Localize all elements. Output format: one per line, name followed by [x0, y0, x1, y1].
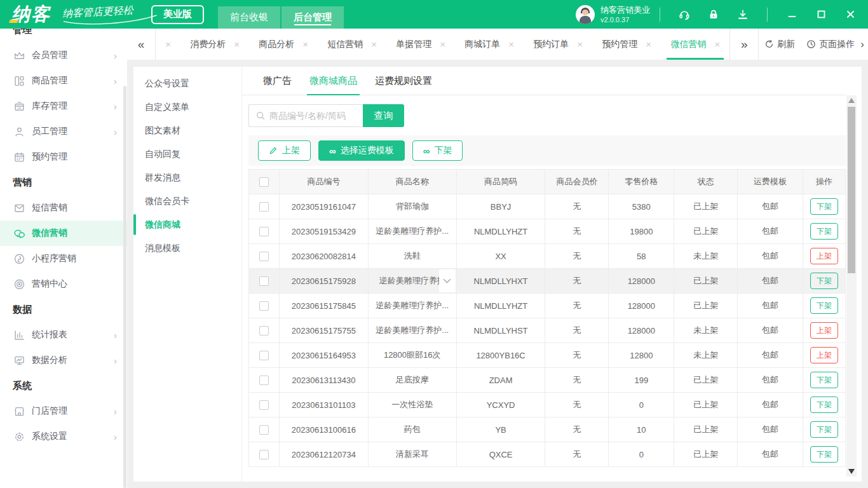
table-row[interactable]: 20230613101103一次性浴垫YCXYD无0已上架包邮下架: [249, 393, 846, 417]
row-checkbox[interactable]: [259, 425, 269, 435]
unshelve-row-button[interactable]: 下架: [810, 198, 838, 215]
page-actions-button[interactable]: 页面操作: [806, 39, 855, 50]
row-checkbox[interactable]: [259, 326, 269, 336]
avatar[interactable]: [576, 5, 595, 24]
row-checkbox[interactable]: [259, 252, 269, 261]
sidebar-item[interactable]: 短信营销: [0, 195, 127, 220]
window-minimize-button[interactable]: [785, 8, 798, 21]
tabs-scroll-right-button[interactable]: »: [730, 37, 758, 51]
shelve-button[interactable]: 上架: [258, 140, 311, 161]
shelve-row-button[interactable]: 上架: [810, 248, 838, 264]
tab-close-icon[interactable]: ×: [577, 39, 583, 50]
content-tab[interactable]: 运费规则设置: [366, 67, 441, 95]
submenu-item[interactable]: 消息模板: [133, 236, 241, 260]
table-scrollbar[interactable]: [846, 95, 857, 477]
topnav-tab[interactable]: 前台收银: [218, 6, 280, 29]
shelve-row-button[interactable]: 上架: [810, 322, 838, 339]
scrollbar-thumb[interactable]: [848, 107, 855, 273]
sidebar-item[interactable]: 员工管理›: [0, 119, 127, 144]
unshelve-row-button[interactable]: 下架: [810, 273, 838, 289]
search-button[interactable]: 查询: [363, 104, 404, 127]
account-info[interactable]: 纳客营销美业 v2.0.0.37: [576, 5, 650, 24]
sidebar-item[interactable]: 微信营销: [0, 220, 127, 246]
search-input[interactable]: [269, 111, 357, 121]
table-row[interactable]: 20230613100616药包YB无10已上架包邮下架: [249, 417, 846, 442]
page-tab[interactable]: 商品分析×: [254, 29, 313, 60]
shelve-row-button[interactable]: 上架: [810, 347, 838, 363]
tab-close-icon[interactable]: ×: [165, 39, 171, 50]
tab-close-icon[interactable]: ×: [646, 39, 651, 50]
scroll-up-arrow-icon[interactable]: [848, 98, 855, 103]
unshelve-row-button[interactable]: 下架: [810, 223, 838, 240]
submenu-item[interactable]: 自定义菜单: [133, 95, 241, 119]
table-row[interactable]: 20230615175755逆龄美雕理疗养护...NLMDLLYHST无1280…: [249, 318, 846, 343]
tab-close-icon[interactable]: ×: [508, 39, 514, 50]
window-close-button[interactable]: [844, 8, 857, 21]
page-actions-expand-icon[interactable]: ›: [860, 38, 864, 51]
lock-icon[interactable]: [706, 7, 721, 22]
row-checkbox[interactable]: [259, 202, 269, 212]
row-checkbox[interactable]: [259, 400, 269, 410]
row-checkbox[interactable]: [259, 351, 269, 360]
table-row[interactable]: 20230615175928逆龄美雕理疗养护NLMDLLYHXT无128000已…: [249, 269, 846, 294]
sidebar-item[interactable]: 会员管理›: [0, 43, 127, 68]
unshelve-row-button[interactable]: 下架: [810, 396, 838, 413]
table-row[interactable]: 20230615175845逆龄美雕理疗养护...NLMDLLYHZT无1280…: [249, 294, 846, 318]
sidebar-item[interactable]: 库存管理›: [0, 93, 127, 119]
tab-close-icon[interactable]: ×: [234, 39, 240, 50]
row-checkbox[interactable]: [259, 227, 269, 236]
unshelve-row-button[interactable]: 下架: [810, 446, 838, 463]
choose-shipping-template-button[interactable]: ∞ 选择运费模板: [318, 140, 405, 161]
tabs-scroll-left-button[interactable]: «: [127, 37, 155, 51]
refresh-button[interactable]: 刷新: [764, 39, 795, 50]
submenu-item[interactable]: 自动回复: [133, 142, 241, 166]
table-row[interactable]: 20230613113430足底按摩ZDAM无199已上架包邮下架: [249, 368, 846, 393]
row-checkbox[interactable]: [259, 301, 269, 311]
sidebar-scrollbar-thumb[interactable]: [123, 86, 126, 488]
sidebar-item[interactable]: 营销中心: [0, 271, 127, 297]
page-tab[interactable]: 消费分析×: [185, 29, 245, 60]
table-row[interactable]: 20230519153429逆龄美雕理疗养护...NLMDLLYHZT无1980…: [249, 219, 846, 244]
tab-close-icon[interactable]: ×: [371, 39, 377, 50]
tab-close-icon[interactable]: ×: [302, 39, 308, 50]
content-tab[interactable]: 微商城商品: [301, 67, 366, 95]
sidebar-item[interactable]: 系统设置›: [0, 424, 127, 449]
page-tab[interactable]: 单据管理×: [391, 29, 451, 60]
submenu-item[interactable]: 公众号设置: [133, 72, 241, 95]
table-row[interactable]: 20230612120734清新采耳QXCE无0已上架包邮下架: [249, 442, 846, 467]
submenu-item[interactable]: 群发消息: [133, 166, 241, 189]
scroll-down-arrow-icon[interactable]: [848, 469, 855, 474]
window-maximize-button[interactable]: [815, 8, 827, 21]
tab-close-icon[interactable]: ×: [440, 39, 445, 50]
topnav-tab[interactable]: 后台管理: [281, 6, 344, 29]
page-tab[interactable]: 预约管理×: [597, 29, 656, 60]
sidebar-item[interactable]: 小程序营销: [0, 246, 127, 271]
download-icon[interactable]: [735, 7, 750, 22]
select-all-checkbox[interactable]: [259, 177, 269, 187]
unshelve-row-button[interactable]: 下架: [810, 297, 838, 314]
table-row[interactable]: 20230519161047背部瑜伽BBYJ无5380已上架包邮下架: [249, 194, 846, 219]
submenu-item[interactable]: 微信商城: [133, 213, 241, 236]
row-checkbox[interactable]: [259, 450, 269, 459]
sidebar-item[interactable]: 商品管理›: [0, 68, 127, 93]
sidebar-item[interactable]: 预约管理: [0, 144, 127, 170]
page-tab[interactable]: ×: [160, 29, 176, 60]
unshelve-row-button[interactable]: 下架: [810, 372, 838, 388]
sidebar-item[interactable]: 数据分析›: [0, 348, 127, 373]
sidebar-item[interactable]: 门店管理›: [0, 398, 127, 424]
row-checkbox[interactable]: [259, 276, 269, 286]
page-tab[interactable]: 微信营销×: [665, 29, 725, 60]
row-name-dropdown[interactable]: [439, 269, 456, 292]
page-tab[interactable]: 商城订单×: [459, 29, 519, 60]
page-tab[interactable]: 短信营销×: [322, 29, 382, 60]
submenu-item[interactable]: 图文素材: [133, 119, 241, 142]
edition-button[interactable]: 美业版: [151, 5, 204, 24]
unshelve-row-button[interactable]: 下架: [810, 421, 838, 438]
customer-service-icon[interactable]: [677, 7, 692, 22]
tab-close-icon[interactable]: ×: [714, 39, 720, 50]
table-row[interactable]: 20230620082814洗鞋XX无58未上架包邮上架: [249, 244, 846, 269]
submenu-item[interactable]: 微信会员卡: [133, 189, 241, 213]
row-checkbox[interactable]: [259, 376, 269, 385]
unshelve-button[interactable]: ∞ 下架: [412, 140, 463, 161]
sidebar-item[interactable]: 统计报表›: [0, 322, 127, 348]
